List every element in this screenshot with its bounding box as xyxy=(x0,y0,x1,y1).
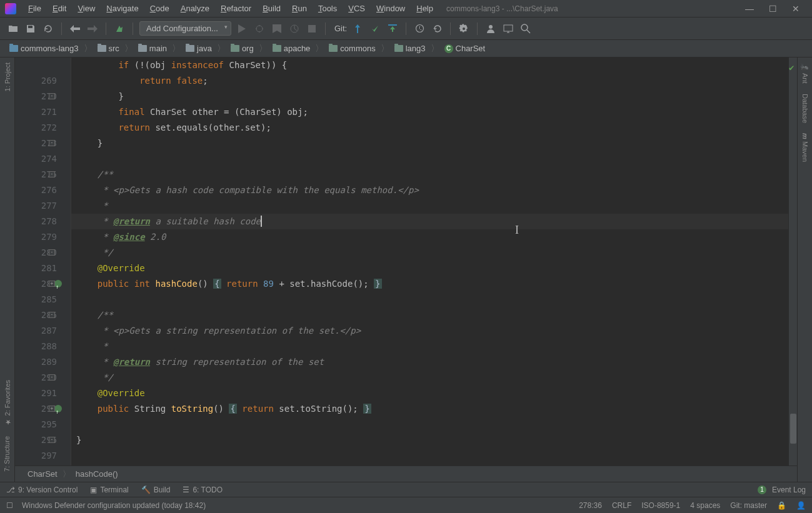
code-line[interactable]: * <p>Gets a string representation of the… xyxy=(71,323,788,339)
code-line[interactable]: return set.equals(other.set); xyxy=(71,120,788,136)
menu-file[interactable]: File xyxy=(23,2,47,15)
line-number[interactable]: 269 xyxy=(15,73,57,89)
menu-tools[interactable]: Tools xyxy=(313,2,343,15)
menu-build[interactable]: Build xyxy=(257,2,286,15)
code-line[interactable]: * xyxy=(71,198,788,214)
tool-tab-project[interactable]: 1: Project xyxy=(3,57,13,96)
status-encoding[interactable]: ISO-8859-1 xyxy=(641,501,680,510)
tool-tab-build[interactable]: 🔨 Build xyxy=(141,486,171,494)
line-number[interactable]: 280- xyxy=(15,245,57,261)
code-line[interactable] xyxy=(71,151,788,167)
code-line[interactable]: */ xyxy=(71,370,788,386)
line-number[interactable]: 275- xyxy=(15,167,57,182)
code-line[interactable] xyxy=(71,417,788,432)
status-position[interactable]: 278:36 xyxy=(579,501,602,510)
tool-tab-maven[interactable]: m Maven xyxy=(800,128,810,167)
line-number[interactable]: 278 xyxy=(15,214,57,229)
code-line[interactable]: * xyxy=(71,339,788,354)
line-number[interactable]: 277 xyxy=(15,198,57,214)
editor-scrollbar[interactable]: ✔ xyxy=(788,57,797,466)
tool-tab-vcs[interactable]: ⎇ 9: Version Control xyxy=(6,486,78,494)
menu-window[interactable]: Window xyxy=(371,2,411,15)
code-line[interactable]: /** xyxy=(71,307,788,323)
line-number[interactable]: 276 xyxy=(15,182,57,198)
line-number[interactable]: 282+ xyxy=(15,276,57,292)
menu-code[interactable]: Code xyxy=(144,2,175,15)
line-number[interactable]: 273- xyxy=(15,136,57,151)
history-icon[interactable] xyxy=(413,22,426,36)
statusbar-icon[interactable]: ☐ xyxy=(6,501,13,510)
line-number[interactable]: 274 xyxy=(15,151,57,167)
crumb-method[interactable]: hashCode() xyxy=(76,469,118,479)
override-icon[interactable] xyxy=(54,280,62,287)
crumb-src[interactable]: src xyxy=(94,42,123,54)
code-line[interactable]: * @return string representation of the s… xyxy=(71,354,788,370)
code-line[interactable]: public String toString() { return set.to… xyxy=(71,401,788,417)
scroll-thumb[interactable] xyxy=(790,414,796,444)
line-number[interactable]: 289 xyxy=(15,354,57,370)
menu-run[interactable]: Run xyxy=(286,2,313,15)
menu-view[interactable]: View xyxy=(72,2,101,15)
line-number[interactable]: 285 xyxy=(15,292,57,307)
code-line[interactable]: * @return a suitable hash code xyxy=(71,214,788,229)
tool-tab-favorites[interactable]: ★ 2: Favorites xyxy=(2,375,13,431)
avatar-icon[interactable] xyxy=(484,22,498,36)
gutter[interactable]: 269270-271272273-274275-276277278279280-… xyxy=(15,57,71,466)
fold-icon[interactable]: - xyxy=(49,140,55,146)
code-line[interactable]: @Override xyxy=(71,386,788,401)
maximize-icon[interactable]: ☐ xyxy=(769,4,777,14)
back-icon[interactable] xyxy=(68,22,82,36)
fold-icon[interactable]: - xyxy=(49,93,55,99)
line-number[interactable]: 286- xyxy=(15,307,57,323)
code-line[interactable]: /** xyxy=(71,167,788,182)
menu-edit[interactable]: Edit xyxy=(47,2,72,15)
line-number[interactable]: 296- xyxy=(15,432,57,448)
crumb-java[interactable]: java xyxy=(183,42,215,54)
tool-tab-structure[interactable]: 7: Structure xyxy=(2,431,12,477)
fold-icon[interactable]: - xyxy=(49,171,55,177)
line-number[interactable]: 287 xyxy=(15,323,57,339)
menu-analyze[interactable]: Analyze xyxy=(175,2,215,15)
menu-vcs[interactable]: VCS xyxy=(343,2,371,15)
git-update-icon[interactable] xyxy=(351,22,364,36)
code-area[interactable]: I if (!(obj instanceof CharSet)) { retur… xyxy=(71,57,788,466)
code-line[interactable]: */ xyxy=(71,245,788,261)
line-number[interactable]: 288 xyxy=(15,339,57,354)
line-number[interactable]: 270- xyxy=(15,89,57,104)
fold-icon[interactable]: + xyxy=(49,406,55,412)
line-number[interactable]: 292+ xyxy=(15,401,57,417)
code-line[interactable]: return false; xyxy=(71,73,788,89)
override-icon[interactable] xyxy=(54,405,62,412)
code-line[interactable]: public int hashCode() { return 89 + set.… xyxy=(71,276,788,292)
code-line[interactable]: } xyxy=(71,89,788,104)
refresh-icon[interactable] xyxy=(41,22,55,36)
code-line[interactable]: } xyxy=(71,432,788,448)
code-line[interactable] xyxy=(71,448,788,464)
line-number[interactable]: 291 xyxy=(15,386,57,401)
line-number[interactable]: 295 xyxy=(15,417,57,432)
crumb-org[interactable]: org xyxy=(228,42,257,54)
line-number[interactable]: 279 xyxy=(15,229,57,245)
menu-refactor[interactable]: Refactor xyxy=(215,2,257,15)
build-icon[interactable] xyxy=(113,22,126,36)
crumb-class[interactable]: CharSet xyxy=(28,469,58,479)
line-number[interactable]: 290- xyxy=(15,370,57,386)
code-line[interactable]: @Override xyxy=(71,261,788,276)
menu-navigate[interactable]: Navigate xyxy=(101,2,144,15)
crumb-commons[interactable]: commons xyxy=(326,42,378,54)
code-line[interactable]: * <p>Gets a hash code compatible with th… xyxy=(71,182,788,198)
tool-tab-database[interactable]: Database xyxy=(800,89,810,128)
code-line[interactable]: * @since 2.0 xyxy=(71,229,788,245)
fold-icon[interactable]: - xyxy=(49,312,55,318)
code-line[interactable]: if (!(obj instanceof CharSet)) { xyxy=(71,57,788,73)
crumb-commons-lang3[interactable]: commons-lang3 xyxy=(6,42,82,54)
crumb-charset[interactable]: CCharSet xyxy=(441,42,489,54)
status-eol[interactable]: CRLF xyxy=(612,501,631,510)
line-number[interactable]: 281 xyxy=(15,261,57,276)
menu-help[interactable]: Help xyxy=(411,2,439,15)
line-number[interactable]: 271 xyxy=(15,104,57,120)
fold-icon[interactable]: - xyxy=(49,249,55,256)
status-git[interactable]: Git: master xyxy=(730,501,767,510)
code-line[interactable]: } xyxy=(71,136,788,151)
line-number[interactable]: 297 xyxy=(15,448,57,464)
